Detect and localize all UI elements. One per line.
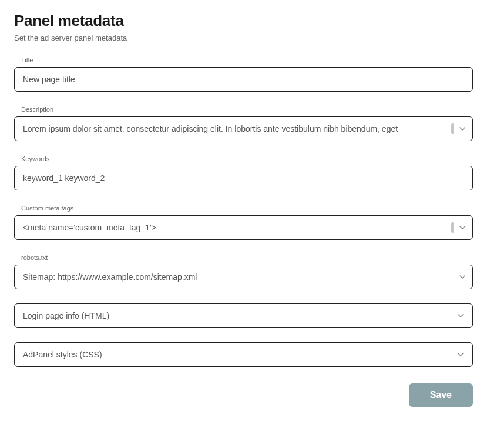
keywords-label: Keywords bbox=[21, 155, 473, 162]
drag-handle-icon[interactable] bbox=[451, 222, 454, 233]
robots-input[interactable] bbox=[14, 265, 473, 289]
custom-meta-label: Custom meta tags bbox=[21, 205, 473, 212]
keywords-input[interactable] bbox=[14, 166, 473, 190]
chevron-down-icon[interactable] bbox=[459, 273, 466, 280]
page-title: Panel metadata bbox=[14, 12, 473, 30]
chevron-down-icon bbox=[457, 312, 464, 319]
adpanel-styles-collapse-label: AdPanel styles (CSS) bbox=[23, 350, 102, 359]
actions-row: Save bbox=[14, 383, 473, 407]
page-subtitle: Set the ad server panel metadata bbox=[14, 34, 473, 42]
chevron-down-icon bbox=[457, 351, 464, 358]
login-page-collapse-group: Login page info (HTML) bbox=[14, 303, 473, 328]
drag-handle-icon[interactable] bbox=[451, 123, 454, 134]
robots-field-group: robots.txt bbox=[14, 254, 473, 289]
title-input[interactable] bbox=[14, 67, 473, 92]
custom-meta-field-group: Custom meta tags bbox=[14, 205, 473, 240]
login-page-collapse-label: Login page info (HTML) bbox=[23, 311, 109, 320]
description-field-group: Description bbox=[14, 106, 473, 141]
description-label: Description bbox=[21, 106, 473, 113]
keywords-field-group: Keywords bbox=[14, 155, 473, 190]
description-controls bbox=[451, 123, 466, 134]
description-input[interactable] bbox=[14, 116, 473, 141]
chevron-down-icon[interactable] bbox=[459, 224, 466, 231]
robots-label: robots.txt bbox=[21, 254, 473, 261]
title-field-group: Title bbox=[14, 56, 473, 92]
robots-controls bbox=[459, 273, 466, 280]
save-button[interactable]: Save bbox=[409, 383, 473, 407]
adpanel-styles-collapse-group: AdPanel styles (CSS) bbox=[14, 342, 473, 367]
login-page-collapse[interactable]: Login page info (HTML) bbox=[14, 303, 473, 328]
custom-meta-controls bbox=[451, 222, 466, 233]
title-label: Title bbox=[21, 56, 473, 63]
custom-meta-input[interactable] bbox=[14, 215, 473, 240]
adpanel-styles-collapse[interactable]: AdPanel styles (CSS) bbox=[14, 342, 473, 367]
chevron-down-icon[interactable] bbox=[459, 125, 466, 132]
